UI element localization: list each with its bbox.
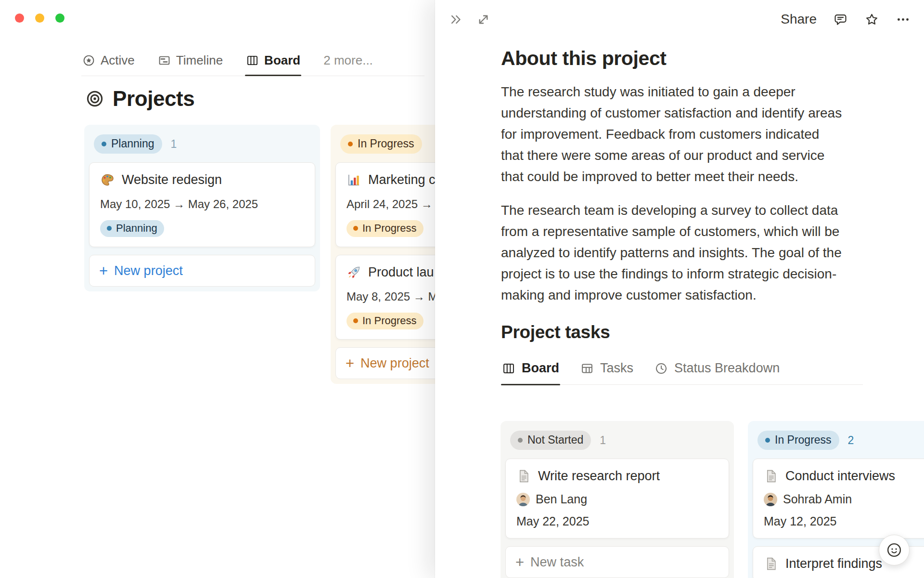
tab-label: 2 more...: [323, 53, 373, 68]
status-dot: [353, 318, 358, 323]
status-dot: [353, 226, 358, 231]
tab-board[interactable]: Board: [501, 357, 560, 384]
doc-heading: About this project: [501, 47, 855, 70]
tab-label: Board: [522, 361, 559, 376]
status-badge: In Progress: [346, 220, 424, 237]
zoom-window-button[interactable]: [55, 13, 64, 23]
column-header: Planning 1: [89, 130, 315, 159]
more-options-icon[interactable]: [896, 12, 911, 27]
side-peek-panel: Share About this project The research st…: [435, 0, 924, 578]
due-date: May 12, 2025: [764, 514, 924, 528]
card-title: Marketing c: [368, 172, 436, 187]
page-icon: [764, 556, 779, 571]
target-icon: [86, 90, 104, 108]
tab-label: Active: [101, 53, 135, 68]
group-label: In Progress: [358, 137, 414, 150]
status-badge: Planning: [100, 220, 164, 237]
tab-label: Tasks: [600, 361, 633, 376]
group-pill-in-progress[interactable]: In Progress: [340, 134, 422, 154]
notion-ai-button[interactable]: [879, 535, 910, 565]
board-icon: [246, 54, 259, 67]
status-badge: In Progress: [346, 313, 424, 329]
status-dot: [348, 142, 353, 146]
table-icon: [580, 362, 594, 375]
task-card-conduct-interviews[interactable]: Conduct interviews Sohrab Amin May 12, 2…: [753, 459, 924, 539]
tab-label: Board: [264, 53, 300, 68]
tasks-heading: Project tasks: [501, 322, 855, 342]
share-button[interactable]: Share: [781, 12, 817, 27]
expand-diagonal-icon[interactable]: [476, 12, 491, 27]
group-label: Planning: [111, 137, 154, 150]
rocket-icon: [346, 265, 361, 280]
assignee-name: Ben Lang: [536, 492, 587, 506]
project-card-website-redesign[interactable]: Website redesign May 10, 2025 → May 26, …: [89, 162, 315, 247]
column-header: In Progress 2: [753, 426, 924, 456]
due-date: May 22, 2025: [516, 514, 718, 528]
status-dot: [518, 438, 523, 443]
card-title: Interpret findings: [785, 556, 882, 571]
tab-status-breakdown[interactable]: Status Breakdown: [654, 357, 781, 384]
doc-paragraph: The research team is developing a survey…: [501, 200, 845, 306]
card-title: Product lau: [368, 265, 434, 280]
card-dates: May 10, 2025 → May 26, 2025: [100, 197, 304, 211]
palette-icon: [100, 172, 115, 187]
task-view-tabs: Board Tasks Status Breakdown: [501, 357, 863, 385]
new-project-button[interactable]: + New project: [89, 255, 315, 287]
status-dot: [107, 226, 112, 231]
page-icon: [764, 469, 779, 484]
status-dot: [102, 142, 106, 146]
clock-icon: [654, 362, 668, 375]
group-count: 1: [171, 138, 177, 151]
star-badge-icon: [82, 54, 95, 67]
assignee-name: Sohrab Amin: [783, 492, 852, 506]
plus-icon: +: [99, 263, 108, 278]
group-pill-not-started[interactable]: Not Started: [510, 431, 591, 450]
card-title: Write research report: [538, 469, 660, 484]
board-icon: [502, 362, 515, 375]
new-task-button[interactable]: + New task: [505, 546, 729, 578]
group-count: 1: [600, 434, 606, 447]
tab-active[interactable]: Active: [81, 47, 136, 76]
notion-ai-face-icon: [886, 541, 903, 559]
tab-more-views[interactable]: 2 more...: [322, 47, 374, 76]
task-column-not-started: Not Started 1 Write research report Ben …: [500, 421, 734, 578]
avatar-sohrab-amin: [764, 493, 777, 506]
card-title: Conduct interviews: [785, 469, 895, 484]
tab-tasks[interactable]: Tasks: [579, 357, 634, 384]
status-dot: [765, 438, 770, 443]
plus-icon: +: [346, 356, 354, 371]
close-peek-double-chevron-icon[interactable]: [449, 12, 463, 27]
tab-label: Timeline: [176, 53, 223, 68]
doc-paragraph: The research study was initiated to gain…: [501, 81, 845, 187]
board-column-planning: Planning 1 Website redesign May 10, 2025…: [84, 125, 320, 291]
document-body: About this project The research study wa…: [501, 39, 855, 385]
avatar-ben-lang: [516, 493, 530, 506]
group-label: Not Started: [527, 434, 583, 447]
plus-icon: +: [515, 555, 524, 570]
group-pill-planning[interactable]: Planning: [94, 134, 162, 154]
bar-chart-icon: [346, 172, 361, 187]
panel-toolbar: Share: [435, 0, 924, 39]
tab-timeline[interactable]: Timeline: [157, 47, 224, 76]
window-controls: [15, 13, 64, 23]
page-head: Projects: [86, 87, 194, 111]
task-card-write-research-report[interactable]: Write research report Ben Lang May 22, 2…: [505, 459, 729, 539]
minimize-window-button[interactable]: [35, 13, 44, 23]
timeline-icon: [158, 54, 171, 67]
tab-board[interactable]: Board: [245, 47, 301, 76]
close-window-button[interactable]: [15, 13, 24, 23]
column-header: Not Started 1: [505, 426, 729, 456]
page-title[interactable]: Projects: [113, 87, 194, 111]
group-count: 2: [848, 434, 854, 447]
card-title: Website redesign: [122, 172, 222, 187]
favorite-star-icon[interactable]: [864, 12, 879, 27]
view-tabs: Active Timeline Board 2 more...: [81, 47, 424, 76]
group-label: In Progress: [775, 434, 832, 447]
group-pill-in-progress[interactable]: In Progress: [757, 431, 839, 450]
tab-label: Status Breakdown: [674, 361, 780, 376]
page-icon: [516, 469, 531, 484]
comments-icon[interactable]: [833, 12, 848, 27]
